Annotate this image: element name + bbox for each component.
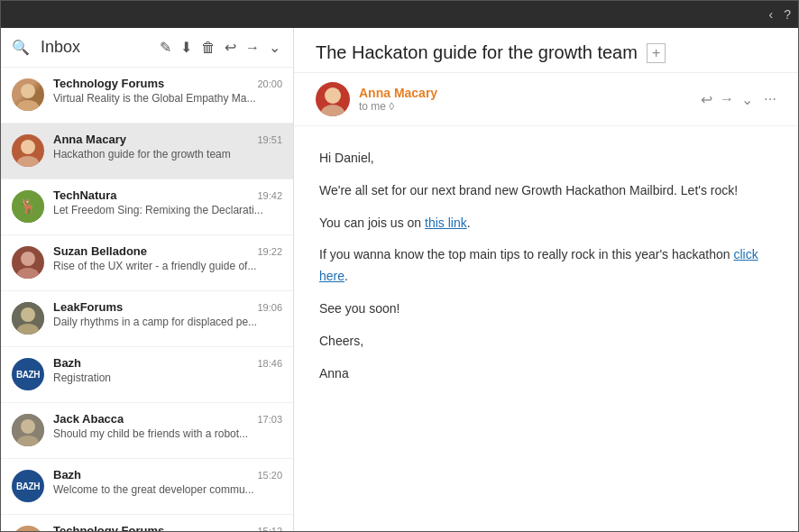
svg-point-6 — [21, 252, 35, 266]
email-item[interactable]: Jack Abacca 17:03 Should my child be fri… — [1, 403, 293, 459]
body-line6: Anna — [319, 363, 773, 385]
email-sender: Bazh — [53, 468, 81, 482]
body-line2-prefix: You can jois us on — [319, 216, 425, 230]
email-subject: Registration — [53, 371, 282, 384]
back-button[interactable]: ‹ — [769, 7, 774, 22]
email-item[interactable]: Technology Forums 20:00 Virtual Reality … — [1, 68, 293, 124]
body-line5: Cheers, — [319, 331, 773, 353]
sender-name: Anna Macary — [359, 86, 692, 100]
forward-icon[interactable]: → — [243, 38, 262, 58]
email-content: LeakForums 19:06 Daily rhythms in a camp… — [53, 300, 282, 328]
email-top-row: Jack Abacca 17:03 — [53, 412, 282, 426]
svg-point-3 — [17, 156, 39, 167]
svg-point-0 — [21, 84, 35, 98]
avatar — [12, 246, 44, 279]
email-content: Anna Macary 19:51 Hackathon guide for th… — [53, 133, 282, 161]
top-bar: ‹ ? — [1, 1, 798, 28]
download-icon[interactable]: ⬇ — [179, 37, 194, 58]
email-top-row: Bazh 18:46 — [53, 356, 282, 370]
email-content: Technology Forums 15:12 Learning in VR w… — [53, 524, 282, 531]
email-sender: Anna Macary — [53, 133, 126, 146]
compose-icon[interactable]: ✎ — [158, 37, 173, 58]
email-detail-header: The Hackaton guide for the growth team + — [294, 28, 798, 73]
delete-icon[interactable]: 🗑 — [199, 38, 217, 58]
email-sender: Jack Abacca — [53, 412, 124, 426]
email-top-row: TechNatura 19:42 — [53, 188, 282, 202]
email-list: Technology Forums 20:00 Virtual Reality … — [1, 68, 293, 531]
body-line3: If you wanna know the top main tips to r… — [319, 244, 773, 288]
email-top-row: Bazh 15:20 — [53, 468, 282, 482]
right-panel: The Hackaton guide for the growth team +… — [294, 28, 798, 531]
email-time: 18:46 — [257, 358, 282, 369]
email-subject: Should my child be friends with a robot.… — [53, 427, 282, 440]
email-item[interactable]: Suzan Belladone 19:22 Rise of the UX wri… — [1, 235, 293, 291]
inbox-title: Inbox — [41, 38, 151, 57]
this-link[interactable]: this link — [425, 216, 467, 230]
email-sender: Suzan Belladone — [53, 244, 147, 258]
email-item[interactable]: BAZH Bazh 15:20 Welcome to the great dev… — [1, 459, 293, 515]
body-line3-suffix: . — [344, 269, 348, 283]
email-detail-title: The Hackaton guide for the growth team — [316, 42, 638, 63]
email-subject: Virtual Reality is the Global Empathy Ma… — [53, 92, 282, 105]
email-time: 15:12 — [257, 526, 282, 531]
sender-to: to me ◊ — [359, 100, 692, 113]
email-top-row: LeakForums 19:06 — [53, 300, 282, 314]
email-content: TechNatura 19:42 Let Freedom Sing: Remix… — [53, 188, 282, 216]
email-top-row: Technology Forums 20:00 — [53, 77, 282, 90]
body-line3-prefix: If you wanna know the top main tips to r… — [319, 247, 733, 261]
toolbar-icons: ✎ ⬇ 🗑 ↩ → ⌄ — [158, 37, 282, 58]
email-time: 15:20 — [257, 470, 282, 481]
svg-point-9 — [21, 307, 35, 322]
avatar — [12, 302, 44, 335]
avatar — [12, 134, 44, 167]
email-sender: LeakForums — [53, 300, 123, 314]
body-greeting: Hi Daniel, — [319, 148, 773, 170]
add-icon[interactable]: + — [647, 43, 666, 63]
email-item[interactable]: BAZH Bazh 18:46 Registration — [1, 347, 293, 403]
reply-icon[interactable]: ↩ — [223, 37, 238, 58]
avatar: 🦌 — [12, 190, 44, 223]
svg-point-2 — [21, 140, 35, 154]
body-line4: See you soon! — [319, 298, 773, 320]
svg-point-18 — [325, 87, 341, 104]
svg-point-12 — [21, 419, 35, 434]
email-item[interactable]: Anna Macary 19:51 Hackathon guide for th… — [1, 124, 293, 179]
email-top-row: Technology Forums 15:12 — [53, 524, 282, 531]
email-sender: Bazh — [53, 356, 81, 370]
reply-action-icon[interactable]: ↩ — [701, 91, 712, 108]
email-item[interactable]: Technology Forums 15:12 Learning in VR w… — [1, 515, 293, 531]
email-item[interactable]: 🦌 TechNatura 19:42 Let Freedom Sing: Rem… — [1, 179, 293, 235]
inbox-header: 🔍 Inbox ✎ ⬇ 🗑 ↩ → ⌄ — [1, 28, 293, 68]
body-line2: You can jois us on this link. — [319, 213, 773, 234]
email-meta-bar: Anna Macary to me ◊ ↩ → ⌄ ⋯ — [294, 73, 798, 126]
email-subject: Daily rhythms in a camp for displaced pe… — [53, 316, 282, 328]
left-panel: 🔍 Inbox ✎ ⬇ 🗑 ↩ → ⌄ Technology Forums — [1, 28, 294, 531]
search-icon[interactable]: 🔍 — [12, 39, 30, 56]
email-content: Jack Abacca 17:03 Should my child be fri… — [53, 412, 282, 440]
email-item[interactable]: LeakForums 19:06 Daily rhythms in a camp… — [1, 291, 293, 347]
email-content: Technology Forums 20:00 Virtual Reality … — [53, 77, 282, 105]
email-time: 17:03 — [257, 414, 282, 425]
email-content: Suzan Belladone 19:22 Rise of the UX wri… — [53, 244, 282, 272]
help-button[interactable]: ? — [784, 7, 791, 22]
svg-point-19 — [321, 105, 344, 116]
avatar — [12, 526, 44, 531]
email-top-row: Suzan Belladone 19:22 — [53, 244, 282, 258]
avatar: BAZH — [12, 470, 44, 502]
email-body: Hi Daniel, We're all set for our next br… — [294, 126, 798, 531]
avatar — [12, 414, 44, 446]
body-line2-suffix: . — [467, 216, 471, 230]
avatar: BAZH — [12, 358, 44, 390]
email-content: Bazh 15:20 Welcome to the great develope… — [53, 468, 282, 496]
more-action-icon[interactable]: ⌄ — [741, 91, 753, 108]
action-icons: ↩ → ⌄ ⋯ — [701, 91, 776, 108]
email-time: 19:22 — [257, 246, 282, 257]
forward-action-icon[interactable]: → — [720, 91, 734, 107]
email-sender: TechNatura — [53, 188, 117, 202]
flag-action-icon[interactable]: ⋯ — [764, 92, 776, 106]
main-container: 🔍 Inbox ✎ ⬇ 🗑 ↩ → ⌄ Technology Forums — [1, 28, 798, 531]
email-top-row: Anna Macary 19:51 — [53, 133, 282, 146]
email-sender: Technology Forums — [53, 77, 164, 90]
email-time: 20:00 — [257, 78, 282, 89]
more-icon[interactable]: ⌄ — [267, 37, 282, 58]
